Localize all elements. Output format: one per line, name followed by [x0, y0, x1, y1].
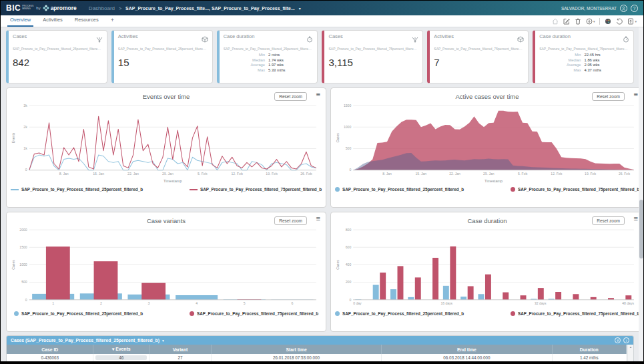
tab-overview[interactable]: Overview: [7, 15, 33, 27]
svg-text:16 days: 16 days: [441, 301, 453, 305]
chart-menu-icon[interactable]: ≡: [634, 215, 638, 222]
kpi-title: Case duration: [539, 33, 571, 39]
dashboard-content: Cases SAP_Procure_to_Pay_Process_filtere…: [1, 27, 643, 362]
legend-marker-icon: [335, 187, 340, 192]
events-over-time-card: Events over time Reset zoom ≡ 01k2k3kEve…: [6, 87, 326, 208]
table-scrollbar[interactable]: ▲: [627, 345, 633, 362]
edit-icon[interactable]: [563, 18, 570, 25]
kpi-title: Cases: [328, 33, 342, 39]
chart-menu-icon[interactable]: ≡: [316, 91, 320, 98]
palette-icon[interactable]: [605, 18, 611, 25]
legend-item-25[interactable]: SAP_Procure_to_Pay_Process_filtered_25pe…: [335, 187, 464, 192]
download-icon[interactable]: ▾: [586, 18, 595, 25]
svg-text:3: 3: [148, 301, 150, 305]
legend-marker-icon: [190, 189, 198, 190]
chart-legend: SAP_Procure_to_Pay_Process_filtered_25pe…: [11, 311, 322, 316]
reset-zoom-button[interactable]: Reset zoom: [592, 92, 625, 101]
bic-logo: BIC: [6, 3, 21, 13]
kpi-subtitle: SAP_Procure_to_Pay_Process_filtered_25pe…: [13, 47, 103, 51]
cell-variant: 27: [149, 354, 212, 361]
legend-marker-icon: [14, 311, 19, 316]
svg-text:5. Feb: 5. Feb: [518, 172, 527, 176]
col-end-time[interactable]: End time: [382, 345, 552, 354]
kpi-subtitle: SAP_Procure_to_Pay_Process_filtered_75pe…: [328, 47, 418, 51]
col-duration[interactable]: Duration: [552, 345, 626, 354]
filter-icon: [412, 33, 418, 45]
legend-label: SAP_Procure_to_Pay_Process_filtered_25pe…: [21, 187, 143, 192]
cases-table-title[interactable]: Cases (SAP_Procure_to_Pay_Process_filter…: [11, 338, 159, 343]
col-case-id[interactable]: Case ID: [7, 345, 93, 354]
breadcrumb-dashboard[interactable]: Dashboard: [89, 5, 115, 11]
table-caret-icon[interactable]: ▾: [162, 339, 164, 343]
tab-resources[interactable]: Resources: [72, 15, 101, 27]
cases-table: Case ID ▾ Events Variant Start time End …: [7, 345, 627, 361]
reset-zoom-button[interactable]: Reset zoom: [274, 216, 307, 225]
stat-value: 1.74 wks: [268, 58, 313, 62]
apromore-logo-icon: [43, 5, 49, 11]
legend-item-75[interactable]: SAP_Procure_to_Pay_Process_filtered_75pe…: [511, 311, 639, 316]
reset-zoom-button[interactable]: Reset zoom: [274, 92, 307, 101]
legend-label: SAP_Procure_to_Pay_Process_filtered_25pe…: [342, 187, 464, 192]
col-start-time[interactable]: Start time: [211, 345, 381, 354]
table-download-icon[interactable]: [615, 337, 621, 343]
stopwatch-icon: [623, 33, 629, 45]
scroll-up-icon[interactable]: ▲: [629, 345, 632, 349]
svg-text:500: 500: [21, 280, 27, 284]
delete-icon[interactable]: [575, 18, 581, 25]
legend-item-25[interactable]: SAP_Procure_to_Pay_Process_filtered_25pe…: [11, 187, 143, 192]
stat-label: Average: [224, 63, 268, 67]
stat-value: 5.33 mths: [268, 68, 313, 72]
legend-marker-icon: [335, 311, 340, 316]
svg-text:19. Feb: 19. Feb: [266, 172, 278, 176]
cube-icon: [202, 33, 208, 45]
kpi-value: 842: [13, 57, 103, 68]
events-over-time-chart[interactable]: 01k2k3kEvents8. Jan15. Jan22. Jan29. Jan…: [11, 102, 322, 184]
legend-label: SAP_Procure_to_Pay_Process_filtered_75pe…: [518, 311, 639, 316]
svg-text:800: 800: [346, 228, 352, 232]
sort-caret-icon[interactable]: ▾: [112, 347, 114, 351]
legend-item-25[interactable]: SAP_Procure_to_Pay_Process_filtered_25pe…: [335, 311, 464, 316]
duration-stats: Min22.45 hrs Median1.86 wks Average2.05 …: [539, 53, 629, 72]
page-scrollbar[interactable]: [639, 27, 643, 362]
add-tab-button[interactable]: +: [108, 15, 117, 27]
breadcrumb-caret-icon[interactable]: ▾: [299, 6, 301, 11]
stat-label: Max: [224, 68, 268, 72]
tab-activities[interactable]: Activities: [40, 15, 65, 27]
help-icon[interactable]: ?: [631, 5, 638, 12]
chart-menu-icon[interactable]: ≡: [634, 91, 638, 98]
case-duration-card: Case duration Reset zoom ≡ 0200400600800…: [330, 212, 643, 332]
case-duration-chart[interactable]: 0200400600800Cases0 day16 days32 days48 …: [335, 226, 639, 309]
chart-menu-icon[interactable]: ≡: [316, 215, 320, 222]
user-avatar-icon[interactable]: [620, 5, 627, 12]
legend-label: SAP_Procure_to_Pay_Process_filtered_75pe…: [200, 187, 322, 192]
kpi-subtitle: SAP_Procure_to_Pay_Process_filtered_75pe…: [539, 47, 629, 51]
legend-item-25[interactable]: SAP_Procure_to_Pay_Process_filtered_25pe…: [14, 311, 143, 316]
col-events[interactable]: ▾ Events: [93, 345, 149, 354]
stat-value: 1.86 wks: [585, 58, 629, 62]
cell-case-id: 0-436063: [7, 354, 93, 361]
breadcrumb-separator: >: [119, 6, 121, 11]
table-info-icon[interactable]: i: [623, 337, 629, 343]
svg-text:48 days: 48 days: [622, 301, 634, 305]
scrollbar-thumb[interactable]: [639, 200, 643, 258]
active-cases-chart[interactable]: 050010001500Cases8. Jan15. Jan22. Jan29.…: [335, 102, 639, 184]
legend-label: SAP_Procure_to_Pay_Process_filtered_75pe…: [197, 311, 318, 316]
export-report-icon[interactable]: ▾: [627, 18, 637, 25]
legend-item-75[interactable]: SAP_Procure_to_Pay_Process_filtered_75pe…: [511, 187, 639, 192]
undo-icon[interactable]: [616, 18, 623, 25]
col-variant[interactable]: Variant: [149, 345, 212, 354]
svg-text:8. Jan: 8. Jan: [59, 172, 69, 176]
export-caret-icon[interactable]: ▾: [635, 19, 637, 23]
svg-text:500: 500: [346, 146, 352, 150]
download-caret-icon[interactable]: ▾: [593, 19, 595, 23]
case-variants-chart[interactable]: 0500100015002000Cases123456: [11, 226, 322, 309]
home-icon[interactable]: [552, 18, 559, 25]
svg-text:Timestamp: Timestamp: [164, 179, 182, 183]
table-row[interactable]: 0-436063 46 27 26.01.2018 07:53:00.000 0…: [7, 354, 627, 361]
kpi-card-row: Cases SAP_Procure_to_Pay_Process_filtere…: [6, 30, 634, 83]
legend-item-75[interactable]: SAP_Procure_to_Pay_Process_filtered_75pe…: [190, 187, 322, 192]
reset-zoom-button[interactable]: Reset zoom: [592, 216, 625, 225]
legend-item-75[interactable]: SAP_Procure_to_Pay_Process_filtered_75pe…: [190, 311, 318, 316]
breadcrumb-current[interactable]: SAP_Procure_to_Pay_Process_filte..., SAP…: [125, 6, 295, 11]
svg-text:5. Feb: 5. Feb: [198, 172, 208, 176]
